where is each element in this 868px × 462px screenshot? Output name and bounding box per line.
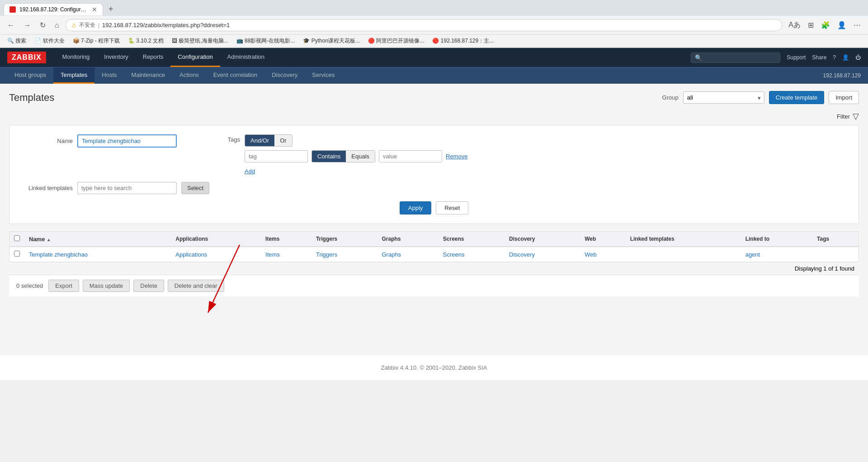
bookmark-zabbix[interactable]: 🔴 192.168.87.129：主...: [429, 36, 496, 46]
name-filter-field: Name: [23, 134, 177, 148]
mass-update-button[interactable]: Mass update: [83, 280, 130, 292]
tag-contains-button[interactable]: Contains: [312, 151, 346, 162]
translate-icon[interactable]: Aあ: [786, 19, 803, 32]
col-discovery: Discovery: [505, 232, 580, 247]
filter-row-2: Linked templates Select: [23, 182, 845, 194]
user-icon[interactable]: 👤: [842, 54, 849, 61]
delete-button[interactable]: Delete: [133, 280, 164, 292]
sub-nav: Host groups Templates Hosts Maintenance …: [0, 67, 868, 84]
bookmark-course[interactable]: 🎓 Python课程天花板...: [300, 36, 363, 46]
home-button[interactable]: ⌂: [52, 19, 62, 31]
tags-filter-field: Tags And/Or Or Contains Eq: [190, 134, 467, 175]
header-search-box[interactable]: 🔍: [691, 52, 780, 63]
bookmark-7zip[interactable]: 📦 7-Zip - 程序下载: [70, 36, 123, 46]
reset-button[interactable]: Reset: [436, 201, 468, 214]
header-right: 🔍 Support Share ? 👤 ⏻: [691, 52, 861, 63]
page-title: Templates: [9, 92, 662, 104]
browser-tab-bar: 192.168.87.129: Configuration of ✕ +: [0, 0, 868, 16]
subnav-services[interactable]: Services: [305, 67, 342, 84]
select-button[interactable]: Select: [181, 182, 209, 194]
refresh-button[interactable]: ↻: [37, 19, 48, 31]
footer-text: Zabbix 4.4.10. © 2001–2020, Zabbix SIA: [381, 364, 487, 371]
row-linked-templates-cell: [626, 247, 741, 262]
tag-or-button[interactable]: Or: [274, 135, 292, 146]
create-template-button[interactable]: Create template: [769, 91, 825, 104]
templates-table: Name ▲ Applications Items Triggers Graph…: [9, 232, 859, 262]
tag-add-button[interactable]: Add: [245, 168, 467, 175]
tags-section: And/Or Or Contains Equals Remove: [245, 134, 467, 175]
row-graphs-cell: Graphs: [377, 247, 438, 262]
page-content: Templates Group all Create template Impo…: [0, 84, 868, 355]
name-input[interactable]: [77, 134, 177, 148]
help-link[interactable]: ?: [833, 54, 836, 61]
browser-tab-active[interactable]: 192.168.87.129: Configuration of ✕: [4, 3, 103, 15]
col-name[interactable]: Name ▲: [24, 232, 171, 247]
nav-reports[interactable]: Reports: [136, 48, 171, 67]
template-name-link[interactable]: Template zhengbichao: [29, 251, 88, 258]
table-header-row: Name ▲ Applications Items Triggers Graph…: [9, 232, 859, 247]
row-triggers-cell: Triggers: [311, 247, 377, 262]
subnav-maintenance[interactable]: Maintenance: [124, 67, 172, 84]
group-select[interactable]: all: [683, 91, 764, 104]
row-applications-cell: Applications: [171, 247, 261, 262]
forward-button[interactable]: →: [21, 19, 33, 31]
nav-inventory[interactable]: Inventory: [97, 48, 135, 67]
discovery-link[interactable]: Discovery: [509, 251, 535, 258]
select-all-checkbox[interactable]: [14, 235, 20, 241]
tag-value-input[interactable]: [379, 150, 442, 162]
back-button[interactable]: ←: [5, 19, 17, 31]
filter-row-1: Name Tags And/Or Or: [23, 134, 845, 175]
tag-remove-button[interactable]: Remove: [446, 153, 467, 160]
triggers-link[interactable]: Triggers: [316, 251, 337, 258]
new-tab-button[interactable]: +: [105, 3, 117, 16]
more-icon[interactable]: ⋯: [851, 19, 863, 31]
subnav-actions[interactable]: Actions: [172, 67, 206, 84]
profile-icon[interactable]: 👤: [835, 19, 849, 31]
filter-icon[interactable]: ▽: [853, 111, 859, 121]
bookmark-alibaba[interactable]: 🔴 阿里巴巴开源镜像...: [365, 36, 427, 46]
tag-and-or-button[interactable]: And/Or: [245, 135, 274, 146]
bookmark-wallpaper[interactable]: 🖼 极简壁纸,海量电脑...: [169, 36, 231, 46]
nav-configuration[interactable]: Configuration: [170, 48, 220, 67]
nav-administration[interactable]: Administration: [220, 48, 272, 67]
tag-input[interactable]: [245, 150, 308, 162]
subnav-event-correlation[interactable]: Event correlation: [206, 67, 265, 84]
bookmark-search[interactable]: 🔍 搜索: [5, 36, 29, 46]
bookmark-video[interactable]: 📺 88影视网-在线电影...: [234, 36, 298, 46]
row-checkbox[interactable]: [14, 251, 20, 257]
header-search-input[interactable]: [704, 54, 776, 61]
web-link[interactable]: Web: [585, 251, 597, 258]
linked-templates-input[interactable]: [77, 182, 177, 194]
address-bar[interactable]: ⚠ 不安全 | 192.168.87.129/zabbix/templates.…: [66, 19, 783, 31]
nav-monitoring[interactable]: Monitoring: [55, 48, 97, 67]
subnav-host-groups[interactable]: Host groups: [7, 67, 53, 84]
support-link[interactable]: Support: [787, 54, 806, 61]
bookmark-software[interactable]: 📄 软件大全: [32, 36, 67, 46]
table-section: Name ▲ Applications Items Triggers Graph…: [9, 231, 859, 275]
screens-link[interactable]: Screens: [443, 251, 465, 258]
logout-icon[interactable]: ⏻: [855, 54, 861, 61]
share-link[interactable]: Share: [812, 54, 826, 61]
items-link[interactable]: Items: [265, 251, 280, 258]
reader-icon[interactable]: ⊞: [805, 19, 816, 31]
security-icon: ⚠: [71, 22, 76, 29]
bookmark-python[interactable]: 🐍 3.10.2 文档: [125, 36, 166, 46]
apply-button[interactable]: Apply: [400, 201, 432, 214]
linked-to-link[interactable]: agent: [745, 251, 760, 258]
export-button[interactable]: Export: [48, 280, 79, 292]
row-discovery-cell: Discovery: [505, 247, 580, 262]
extensions-icon[interactable]: 🧩: [818, 19, 833, 31]
import-button[interactable]: Import: [829, 91, 859, 104]
subnav-discovery[interactable]: Discovery: [264, 67, 305, 84]
selected-count: 0 selected: [16, 282, 43, 289]
tab-close-button[interactable]: ✕: [92, 6, 97, 13]
sort-icon: ▲: [47, 237, 51, 242]
applications-link[interactable]: Applications: [175, 251, 207, 258]
subnav-templates[interactable]: Templates: [53, 67, 94, 84]
tag-equals-button[interactable]: Equals: [346, 151, 375, 162]
browser-bookmarks-bar: 🔍 搜索 📄 软件大全 📦 7-Zip - 程序下载 🐍 3.10.2 文档 🖼…: [0, 35, 868, 48]
subnav-hosts[interactable]: Hosts: [94, 67, 124, 84]
delete-clear-button[interactable]: Delete and clear: [168, 280, 224, 292]
graphs-link[interactable]: Graphs: [382, 251, 401, 258]
col-web: Web: [580, 232, 625, 247]
